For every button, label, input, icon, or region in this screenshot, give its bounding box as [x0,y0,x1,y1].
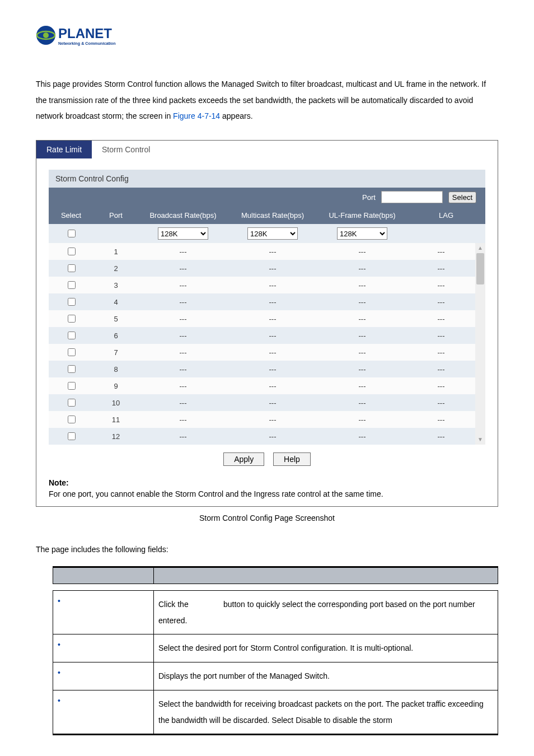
multicast-rate-select[interactable]: 128K [247,227,298,240]
filter-row: 128K 128K 128K [49,224,485,243]
table-scrollbar[interactable]: ▲ ▼ [475,243,485,445]
cell-lag: --- [407,432,475,441]
cell-lag: --- [407,348,475,357]
svg-point-2 [43,32,49,38]
fields-th-object [53,567,154,584]
row-checkbox[interactable] [68,332,76,339]
cell-ulframe: --- [317,348,407,357]
logo-text: PLANET [58,26,112,41]
fields-row: • Click the button to quickly select the… [53,591,498,634]
cell-multicast: --- [228,399,317,407]
screenshot-figure: Rate Limit Storm Control Storm Control C… [36,140,498,507]
cell-lag: --- [407,315,475,323]
cell-broadcast: --- [138,382,228,390]
cell-multicast: --- [228,382,317,390]
cell-ulframe: --- [317,332,407,340]
cell-ulframe: --- [317,399,407,407]
fields-row: • Select the bandwidth for receiving bro… [53,690,498,734]
row-checkbox[interactable] [68,315,76,323]
cell-port: 1 [93,248,138,256]
scroll-down-icon[interactable]: ▼ [475,435,485,445]
port-label: Port [362,193,376,202]
cell-multicast: --- [228,432,317,441]
cell-port: 11 [93,416,138,424]
cell-broadcast: --- [138,332,228,340]
port-input[interactable] [381,191,443,203]
bullet-icon: • [58,596,68,605]
cell-ulframe: --- [317,248,407,256]
cell-multicast: --- [228,348,317,357]
cell-multicast: --- [228,416,317,424]
cell-lag: --- [407,365,475,374]
port-select-button[interactable]: Select [448,192,476,203]
ulframe-rate-select[interactable]: 128K [337,227,387,240]
row-checkbox[interactable] [68,382,76,390]
cell-lag: --- [407,332,475,340]
fields-th-desc [154,567,498,584]
cell-multicast: --- [228,248,317,256]
cell-lag: --- [407,248,475,256]
apply-button[interactable]: Apply [223,452,264,466]
select-all-checkbox[interactable] [68,230,76,237]
cell-multicast: --- [228,365,317,374]
table-row: 3------------ [49,277,475,293]
tab-rate-limit[interactable]: Rate Limit [36,141,92,158]
cell-ulframe: --- [317,264,407,273]
cell-port: 2 [93,264,138,273]
row-checkbox[interactable] [68,264,76,272]
cell-port: 7 [93,348,138,357]
cell-port: 8 [93,365,138,374]
broadcast-rate-select[interactable]: 128K [158,227,208,240]
scroll-thumb[interactable] [476,253,484,284]
bullet-icon: • [58,640,68,649]
table-row: 10------------ [49,394,475,411]
table-row: 7------------ [49,344,475,361]
table-row: 5------------ [49,310,475,327]
table-row: 2------------ [49,260,475,277]
table-row: 12------------ [49,428,475,445]
cell-port: 9 [93,382,138,390]
figure-link[interactable]: Figure 4-7-14 [173,111,220,120]
cell-lag: --- [407,416,475,424]
cell-multicast: --- [228,315,317,323]
logo-tagline: Networking & Communication [58,41,116,46]
cell-ulframe: --- [317,432,407,441]
cell-port: 10 [93,399,138,407]
row-checkbox[interactable] [68,416,76,423]
cell-port: 4 [93,298,138,306]
cell-broadcast: --- [138,348,228,357]
help-button[interactable]: Help [273,452,311,466]
figure-caption: Storm Control Config Page Screenshot [36,514,498,522]
cell-broadcast: --- [138,432,228,441]
cell-lag: --- [407,399,475,407]
table-row: 6------------ [49,327,475,344]
table-row: 8------------ [49,361,475,377]
cell-lag: --- [407,281,475,290]
cell-multicast: --- [228,281,317,290]
cell-broadcast: --- [138,365,228,374]
scroll-up-icon[interactable]: ▲ [475,243,485,253]
note-title: Note: [49,478,485,487]
cell-multicast: --- [228,298,317,306]
fields-table: • Click the button to quickly select the… [53,566,498,735]
cell-broadcast: --- [138,416,228,424]
fields-intro: The page includes the following fields: [36,545,498,554]
table-row: 11------------ [49,411,475,428]
cell-broadcast: --- [138,315,228,323]
note-text: For one port, you cannot enable the Stor… [49,489,485,498]
row-checkbox[interactable] [68,432,76,440]
cell-broadcast: --- [138,248,228,256]
cell-lag: --- [407,382,475,390]
row-checkbox[interactable] [68,365,76,373]
row-checkbox[interactable] [68,248,76,255]
cell-multicast: --- [228,332,317,340]
fields-row: • Select the desired port for Storm Cont… [53,634,498,662]
row-checkbox[interactable] [68,298,76,306]
tab-storm-control[interactable]: Storm Control [92,141,160,158]
cell-port: 12 [93,432,138,441]
row-checkbox[interactable] [68,399,76,407]
cell-port: 5 [93,315,138,323]
table-row: 1------------ [49,243,475,260]
row-checkbox[interactable] [68,281,76,289]
row-checkbox[interactable] [68,348,76,356]
